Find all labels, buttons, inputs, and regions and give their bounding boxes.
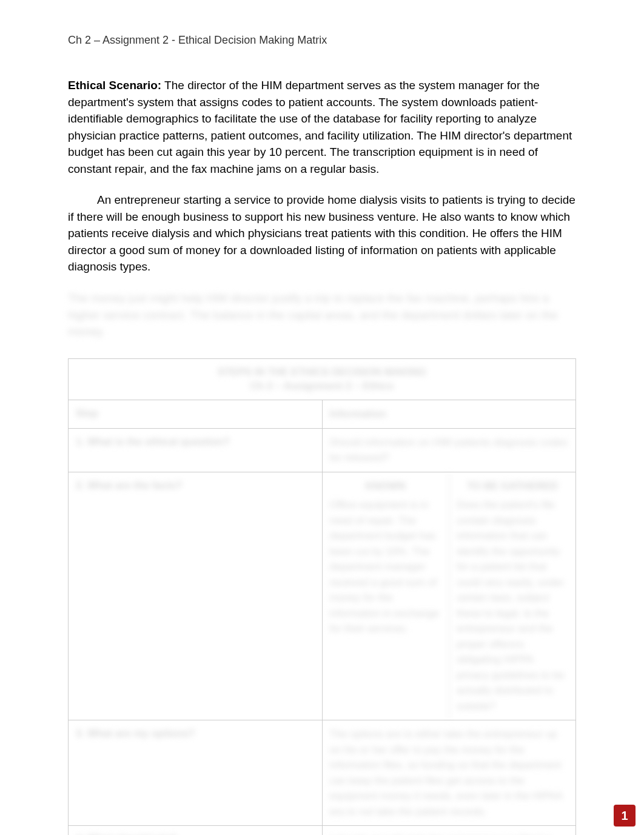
facts-known-head: KNOWN — [330, 478, 441, 494]
scenario-paragraph-1: Ethical Scenario: The director of the HI… — [68, 77, 576, 177]
scenario-text-1: The director of the HIM department serve… — [68, 79, 572, 175]
blurred-trailing-text: The money just might help HIM director j… — [68, 290, 576, 340]
step-4-content: I should, myself, help the entrepreneur … — [322, 826, 576, 835]
table-title-cell: STEPS IN THE ETHICS DECISION MAKING Ch 2… — [69, 358, 576, 400]
step-3-label: 3. What are my options? — [69, 720, 323, 826]
step-2-label: 2. What are the facts? — [69, 472, 323, 720]
obscured-content-region: The money just might help HIM director j… — [68, 290, 576, 835]
step-3-content: The options are to either take the entre… — [322, 720, 576, 826]
table-row: 2. What are the facts? KNOWN Office equi… — [69, 472, 576, 720]
table-row: 4. What should I do? I should, myself, h… — [69, 826, 576, 835]
facts-gathered-text: Does the patient's file contain diagnosi… — [457, 497, 568, 714]
page-indicator-badge: 1 — [614, 805, 636, 827]
step-2-content: KNOWN Office equipment is in need of rep… — [322, 472, 576, 720]
matrix-title-line2: Ch 2 – Assignment 2 – Ethics — [76, 379, 568, 394]
table-title-row: STEPS IN THE ETHICS DECISION MAKING Ch 2… — [69, 358, 576, 400]
step-4-label: 4. What should I do? — [69, 826, 323, 835]
facts-gathered-col: TO BE GATHERED Does the patient's file c… — [449, 472, 575, 720]
badge-number: 1 — [621, 809, 628, 823]
header-info: Information — [322, 400, 576, 429]
table-row: 1. What is the ethical question? Should … — [69, 428, 576, 472]
scenario-text-2: An entrepreneur starting a service to pr… — [68, 193, 575, 273]
ethics-matrix-table: STEPS IN THE ETHICS DECISION MAKING Ch 2… — [68, 358, 576, 835]
facts-gathered-head: TO BE GATHERED — [457, 478, 568, 494]
scenario-label: Ethical Scenario: — [68, 79, 161, 92]
matrix-title-line1: STEPS IN THE ETHICS DECISION MAKING — [76, 365, 568, 380]
table-row: 3. What are my options? The options are … — [69, 720, 576, 826]
table-header-row: Step Information — [69, 400, 576, 429]
facts-known-text: Office equipment is in need of repair. T… — [330, 497, 441, 637]
facts-known-col: KNOWN Office equipment is in need of rep… — [323, 472, 449, 720]
page-header: Ch 2 – Assignment 2 - Ethical Decision M… — [68, 34, 576, 47]
scenario-paragraph-2: An entrepreneur starting a service to pr… — [68, 192, 576, 275]
header-title: Ch 2 – Assignment 2 - Ethical Decision M… — [68, 34, 327, 46]
step-1-label: 1. What is the ethical question? — [69, 428, 323, 472]
step-1-content: Should information on HIM patients diagn… — [322, 428, 576, 472]
header-step: Step — [69, 400, 323, 429]
